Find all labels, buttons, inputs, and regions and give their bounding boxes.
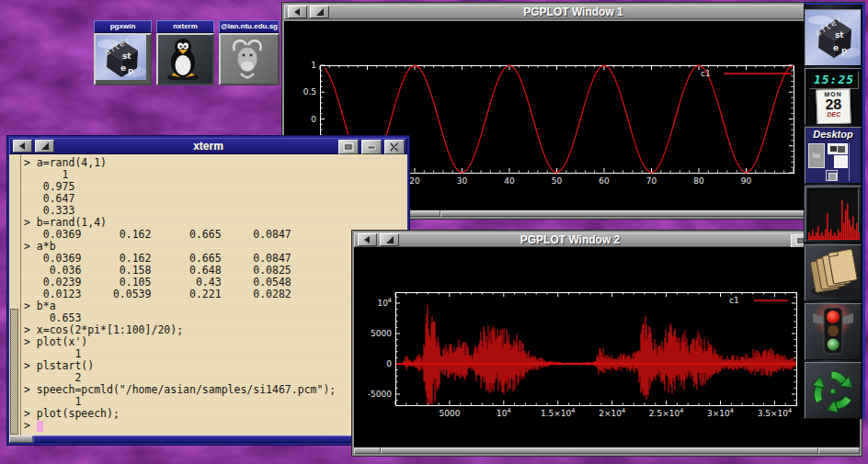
resize-handle-right[interactable] xyxy=(818,447,860,454)
resize-handle-middle[interactable] xyxy=(33,436,407,443)
wharf-tile-files[interactable] xyxy=(805,244,862,301)
svg-text:0: 0 xyxy=(311,115,316,124)
svg-text:20: 20 xyxy=(409,176,420,186)
desktop-icon-nxterm[interactable]: nxterm xyxy=(156,20,214,85)
desktop-pager[interactable]: Desktop Ne xyxy=(805,128,861,183)
traffic-light-icon xyxy=(805,304,861,359)
wharf-panel: after st e p 15:25 MON 28 DEC Desktop Ne xyxy=(804,3,865,419)
svg-text:0.5: 0.5 xyxy=(303,87,316,96)
afterstep-cube-icon: after st e p xyxy=(96,35,146,80)
svg-text:st: st xyxy=(835,30,844,40)
svg-text:3×104: 3×104 xyxy=(707,407,734,418)
pager-mini-window[interactable] xyxy=(828,143,848,154)
pager-mini-window[interactable] xyxy=(834,155,848,168)
gnu-head-icon xyxy=(221,35,274,80)
icon-title-pgxwin: pgxwin xyxy=(94,20,152,33)
svg-text:1.5×104: 1.5×104 xyxy=(541,407,575,418)
maximize-icon xyxy=(342,142,355,153)
desktop-icon-pgxwin[interactable]: pgxwin after st e p xyxy=(94,20,152,85)
svg-text:c1: c1 xyxy=(701,69,711,78)
resize-handle-middle[interactable] xyxy=(381,447,818,454)
xterm-scrollbar[interactable] xyxy=(9,154,21,436)
pgplot1-title: PGPLOT Window 1 xyxy=(285,6,862,18)
pager-grid-line xyxy=(849,143,850,181)
xterm-resize-bar[interactable] xyxy=(9,436,407,443)
iconify-button[interactable] xyxy=(288,6,307,18)
wharf-tile-recycle[interactable] xyxy=(805,362,862,419)
tux-penguin-icon xyxy=(158,35,209,80)
wharf-tile-afterstep[interactable]: after st e p xyxy=(805,9,862,66)
window-xterm: xterm xyxy=(7,136,409,445)
svg-text:104: 104 xyxy=(377,297,392,308)
wharf-tile-xload[interactable] xyxy=(805,186,862,243)
svg-text:5000: 5000 xyxy=(371,329,392,338)
pgplot2-canvas: 50001041.5×1042×1042.5×1043×1043.5×10410… xyxy=(354,247,860,447)
icon-title-nxterm: nxterm xyxy=(156,20,214,33)
desktop-icon-remote-host[interactable]: @ian.ntu.edu.sg xyxy=(219,20,280,85)
svg-text:90: 90 xyxy=(741,176,752,186)
shade-button[interactable] xyxy=(380,233,399,246)
pgplot2-resize-bar[interactable] xyxy=(354,447,860,454)
left-arrow-icon xyxy=(362,235,373,244)
terminal-text[interactable]: > a=rand(4,1) 1 0.975 0.647 0.333> b=ran… xyxy=(24,157,405,436)
wharf-tile-pager[interactable]: Desktop Ne xyxy=(805,127,862,184)
svg-text:80: 80 xyxy=(693,176,704,186)
close-x-icon xyxy=(388,142,401,153)
maximize-button[interactable] xyxy=(338,140,359,154)
pager-mini-window-netscape[interactable]: Ne xyxy=(808,143,825,168)
iconify-button[interactable] xyxy=(13,140,32,153)
svg-text:p: p xyxy=(841,46,848,55)
svg-text:2×104: 2×104 xyxy=(599,407,625,418)
wharf-tile-traffic[interactable] xyxy=(805,303,862,360)
svg-text:40: 40 xyxy=(504,176,515,186)
resize-handle-middle[interactable] xyxy=(440,210,833,217)
clock-display: 15:25 xyxy=(809,71,859,89)
svg-text:60: 60 xyxy=(599,176,610,186)
minimize-icon xyxy=(365,142,378,153)
calendar: MON 28 DEC xyxy=(816,88,851,124)
svg-text:104: 104 xyxy=(497,407,511,418)
svg-text:-5000: -5000 xyxy=(368,390,392,399)
svg-text:30: 30 xyxy=(457,176,468,186)
xterm-content[interactable]: > a=rand(4,1) 1 0.975 0.647 0.333> b=ran… xyxy=(9,154,407,436)
shade-button[interactable] xyxy=(310,6,329,18)
svg-text:5000: 5000 xyxy=(439,409,460,418)
corner-triangle-icon xyxy=(384,235,395,244)
terminal-cursor xyxy=(37,421,43,432)
wharf-tile-asclock[interactable]: 15:25 MON 28 DEC xyxy=(805,68,862,125)
corner-triangle-icon xyxy=(314,7,326,17)
pgplot2-client: 50001041.5×1042×1042.5×1043×1043.5×10410… xyxy=(354,247,860,447)
pgplot2-title: PGPLOT Window 2 xyxy=(355,233,785,246)
svg-text:1: 1 xyxy=(311,61,316,70)
svg-text:70: 70 xyxy=(646,176,657,186)
resize-handle-left[interactable] xyxy=(354,447,381,454)
xterm-titlebar[interactable]: xterm xyxy=(9,138,407,154)
svg-text:p: p xyxy=(128,66,134,75)
svg-text:st: st xyxy=(122,51,131,61)
iconify-button[interactable] xyxy=(358,233,377,246)
recycle-icon xyxy=(805,363,861,418)
pager-mini-window[interactable] xyxy=(826,170,838,181)
minimize-button[interactable] xyxy=(361,140,382,154)
close-button[interactable] xyxy=(384,140,405,154)
svg-text:e: e xyxy=(120,63,126,73)
desktop: PGPLOT Window 1 203040506070809010.50-0.… xyxy=(0,0,868,464)
left-arrow-icon xyxy=(17,141,29,151)
svg-text:0: 0 xyxy=(386,359,392,368)
svg-text:e: e xyxy=(833,43,839,52)
icon-title-remote-host: @ian.ntu.edu.sg xyxy=(219,20,280,33)
pgplot1-titlebar[interactable]: PGPLOT Window 1 xyxy=(284,5,862,19)
resize-handle-left[interactable] xyxy=(9,436,33,443)
pager-label: Desktop xyxy=(805,129,861,140)
folders-icon xyxy=(805,245,861,300)
window-pgplot2: PGPLOT Window 2 50001041.5×1042×1042.5×1… xyxy=(352,231,862,456)
xterm-scrollbar-thumb[interactable] xyxy=(10,309,18,435)
svg-text:50: 50 xyxy=(552,176,563,186)
load-graph xyxy=(808,189,860,241)
left-arrow-icon xyxy=(292,7,303,17)
shade-button[interactable] xyxy=(35,140,54,153)
pgplot2-titlebar[interactable]: PGPLOT Window 2 xyxy=(354,232,860,247)
afterstep-cube-icon: after st e p xyxy=(805,10,861,65)
calendar-day: 28 xyxy=(817,96,851,111)
calendar-month: DEC xyxy=(817,110,850,118)
